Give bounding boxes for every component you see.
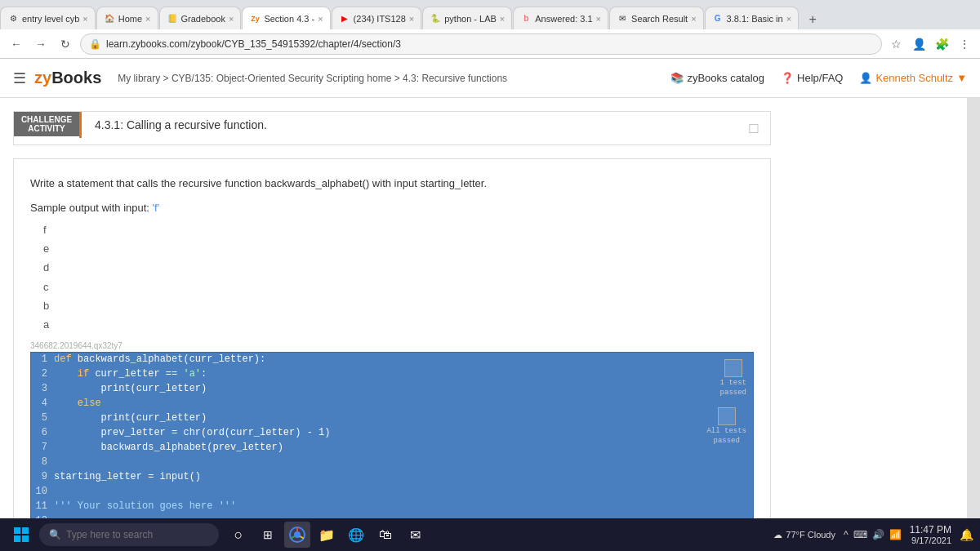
test-status-box bbox=[724, 359, 742, 377]
dropdown-icon: ▼ bbox=[956, 72, 967, 84]
tab-close[interactable]: × bbox=[691, 14, 696, 24]
browser-controls: ← → ↻ 🔒 learn.zybooks.com/zybook/CYB_135… bbox=[0, 29, 980, 59]
profile-icon[interactable]: 👤 bbox=[910, 35, 928, 53]
sample-label: Sample output with input: bbox=[30, 202, 153, 214]
tab-search[interactable]: ✉ Search Result × bbox=[609, 7, 704, 29]
output-line-c: c bbox=[43, 278, 754, 296]
line-content bbox=[54, 455, 753, 469]
new-tab-button[interactable]: + bbox=[803, 10, 822, 29]
taskbar-clock[interactable]: 11:47 PM 9/17/2021 bbox=[910, 524, 951, 545]
tab-label: (234) ITS128 bbox=[354, 14, 406, 24]
tab-home[interactable]: 🏠 Home × bbox=[96, 7, 158, 29]
weather-text: 77°F Cloudy bbox=[786, 530, 835, 540]
challenge-line1: CHALLENGE bbox=[20, 115, 73, 124]
taskbar-search[interactable]: 🔍 bbox=[39, 523, 219, 546]
keyboard-icon: ⌨ bbox=[853, 529, 867, 540]
arrow-up-icon[interactable]: ^ bbox=[844, 529, 849, 540]
cloud-icon: ☁ bbox=[773, 530, 782, 540]
line-num: 9 bbox=[31, 470, 54, 482]
notification-button[interactable]: 🔔 bbox=[960, 528, 973, 541]
taskbar-edge[interactable]: 🌐 bbox=[343, 522, 369, 548]
svg-point-5 bbox=[294, 531, 301, 538]
more-icon[interactable]: ⋮ bbox=[956, 35, 973, 53]
system-tray: ^ ⌨ 🔊 📶 bbox=[844, 529, 902, 540]
tab-icon: ▶ bbox=[339, 13, 350, 24]
output-line-d: d bbox=[43, 258, 754, 277]
main-scroll[interactable]: CHALLENGE ACTIVITY 4.3.1: Calling a recu… bbox=[0, 98, 967, 518]
taskbar-store[interactable]: 🛍 bbox=[372, 522, 399, 548]
tab-close[interactable]: × bbox=[145, 14, 150, 24]
tab-icon: 🐍 bbox=[430, 13, 441, 24]
challenge-line2: ACTIVITY bbox=[20, 124, 73, 133]
tab-answered[interactable]: b Answered: 3.1 × bbox=[513, 7, 608, 29]
taskbar-file-explorer[interactable]: 📁 bbox=[314, 522, 340, 548]
tab-close[interactable]: × bbox=[500, 14, 505, 24]
user-menu[interactable]: 👤 Kenneth Schultz ▼ bbox=[859, 72, 967, 84]
tab-entry-level[interactable]: ⚙ entry level cyb × bbox=[0, 7, 96, 29]
tab-gradebook[interactable]: 📒 Gradebook × bbox=[159, 7, 242, 29]
address-bar[interactable]: 🔒 learn.zybooks.com/zybook/CYB_135_54915… bbox=[80, 33, 882, 55]
extensions-icon[interactable]: 🧩 bbox=[933, 35, 951, 53]
tab-section[interactable]: Zy Section 4.3 - × bbox=[242, 7, 330, 29]
taskbar: 🔍 ○ ⊞ 📁 🌐 🛍 ✉ ☁ 77°F Cloudy ^ ⌨ 🔊 bbox=[0, 518, 980, 551]
content-outer: CHALLENGE ACTIVITY 4.3.1: Calling a recu… bbox=[0, 98, 980, 518]
tab-label: entry level cyb bbox=[22, 14, 79, 24]
forward-button[interactable]: → bbox=[31, 34, 51, 54]
weather-widget: ☁ 77°F Cloudy bbox=[773, 530, 835, 540]
hamburger-menu[interactable]: ☰ bbox=[13, 69, 26, 87]
taskbar-cortana[interactable]: ○ bbox=[225, 522, 252, 548]
taskbar-chrome[interactable] bbox=[284, 522, 310, 548]
tab-icon: 🏠 bbox=[104, 13, 115, 24]
nav-right: 📚 zyBooks catalog ❓ Help/FAQ 👤 Kenneth S… bbox=[670, 72, 967, 84]
output-line-b: b bbox=[43, 296, 754, 315]
tab-close[interactable]: × bbox=[229, 14, 234, 24]
logo-zy: zy bbox=[34, 69, 51, 87]
browser-chrome: ⚙ entry level cyb × 🏠 Home × 📒 Gradebook… bbox=[0, 0, 980, 59]
scrollbar[interactable] bbox=[967, 98, 980, 518]
code-line-11: 11 ''' Your solution goes here ''' bbox=[31, 500, 753, 514]
svg-rect-0 bbox=[14, 527, 20, 534]
start-button[interactable] bbox=[7, 520, 36, 549]
refresh-button[interactable]: ↻ bbox=[56, 34, 75, 54]
line-num: 4 bbox=[31, 397, 54, 409]
catalog-link[interactable]: 📚 zyBooks catalog bbox=[670, 72, 764, 84]
output-line-f: f bbox=[43, 220, 754, 239]
network-icon[interactable]: 📶 bbox=[889, 529, 902, 540]
line-content: prev_letter = chr(ord(curr_letter) - 1) bbox=[54, 426, 753, 439]
sample-output: Sample output with input: 'f' bbox=[30, 202, 754, 214]
tab-icon: b bbox=[520, 13, 532, 24]
line-content: if curr_letter == 'a': bbox=[54, 367, 753, 380]
back-button[interactable]: ← bbox=[7, 34, 26, 54]
sample-input: 'f' bbox=[153, 202, 160, 214]
tab-close[interactable]: × bbox=[318, 14, 323, 24]
tab-python[interactable]: 🐍 python - LAB × bbox=[422, 7, 512, 29]
line-content bbox=[54, 514, 753, 518]
tab-basic[interactable]: G 3.8.1: Basic in × bbox=[705, 7, 800, 29]
line-content: def backwards_alphabet(curr_letter): bbox=[54, 353, 753, 366]
code-line-2: 2 if curr_letter == 'a': bbox=[31, 367, 753, 382]
tab-icon: 📒 bbox=[167, 13, 178, 24]
help-label: Help/FAQ bbox=[797, 72, 843, 84]
clock-date: 9/17/2021 bbox=[910, 535, 951, 545]
tab-icon: Zy bbox=[249, 13, 261, 24]
search-input[interactable] bbox=[66, 529, 197, 540]
bookmark-star-icon[interactable]: ☆ bbox=[887, 35, 905, 53]
help-link[interactable]: ❓ Help/FAQ bbox=[781, 72, 843, 84]
tab-icon: ✉ bbox=[617, 13, 628, 24]
code-line-3: 3 print(curr_letter) bbox=[31, 382, 753, 397]
user-label: Kenneth Schultz bbox=[875, 72, 953, 84]
tab-icon: ⚙ bbox=[7, 13, 19, 24]
tab-close[interactable]: × bbox=[82, 14, 87, 24]
speaker-icon[interactable]: 🔊 bbox=[872, 529, 884, 540]
code-editor[interactable]: 1 def backwards_alphabet(curr_letter): 2… bbox=[30, 352, 754, 518]
taskbar-mail[interactable]: ✉ bbox=[402, 522, 428, 548]
line-num: 8 bbox=[31, 455, 54, 468]
tab-close[interactable]: × bbox=[786, 14, 791, 24]
taskbar-taskview[interactable]: ⊞ bbox=[255, 522, 281, 548]
tab-icon: G bbox=[712, 13, 724, 24]
code-line-6: 6 prev_letter = chr(ord(curr_letter) - 1… bbox=[31, 426, 753, 441]
tab-close[interactable]: × bbox=[409, 14, 414, 24]
tab-youtube[interactable]: ▶ (234) ITS128 × bbox=[332, 7, 422, 29]
tab-close[interactable]: × bbox=[596, 14, 601, 24]
code-line-4: 4 else bbox=[31, 397, 753, 411]
